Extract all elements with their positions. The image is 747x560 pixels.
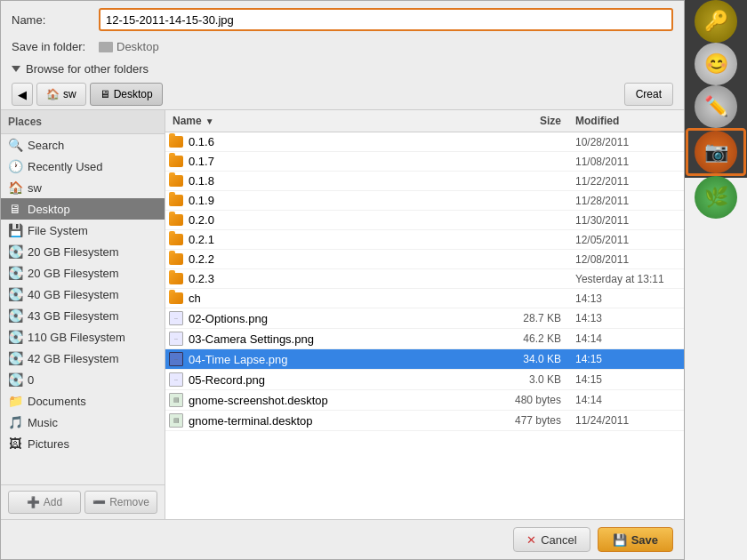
folder-icon bbox=[169, 253, 183, 265]
desktop-file-icon: ▤ bbox=[169, 393, 183, 407]
file-name: 0.1.7 bbox=[189, 155, 214, 168]
green-icon-btn[interactable]: 🌿 bbox=[686, 176, 746, 219]
sidebar-item-fs-42gb[interactable]: 💽 42 GB Filesystem bbox=[1, 348, 165, 369]
folder-icon bbox=[169, 175, 183, 187]
desktop-button[interactable]: 🖥 Desktop bbox=[90, 83, 163, 106]
add-place-button[interactable]: ➕ Add bbox=[8, 491, 81, 514]
music-icon: 🎵 bbox=[8, 415, 22, 429]
file-modified: 11/28/2011 bbox=[568, 192, 684, 210]
content-area: Places 🔍 Search 🕐 Recently Used 🏠 sw bbox=[1, 109, 684, 519]
file-name-cell: 0.2.2 bbox=[165, 250, 488, 268]
file-name-cell: ▤ gnome-terminal.desktop bbox=[165, 411, 488, 430]
sidebar-item-fs-110gb[interactable]: 💽 110 GB Filesystem bbox=[1, 326, 165, 348]
file-size bbox=[488, 140, 568, 145]
file-name-cell: 0.1.9 bbox=[165, 191, 488, 210]
table-row[interactable]: 0.2.2 12/08/2011 bbox=[165, 250, 684, 269]
folder-icon bbox=[169, 234, 183, 245]
file-size bbox=[488, 198, 568, 204]
png-icon: ·· bbox=[169, 372, 183, 387]
column-name[interactable]: Name ▼ bbox=[165, 110, 488, 132]
sidebar-item-music[interactable]: 🎵 Music bbox=[1, 412, 165, 433]
sidebar-item-fs-20gb-1-label: 20 GB Filesystem bbox=[28, 245, 119, 259]
add-label: Add bbox=[44, 496, 62, 508]
folder-label: Save in folder: bbox=[12, 40, 92, 53]
remove-place-button[interactable]: ➖ Remove bbox=[84, 491, 157, 514]
file-size bbox=[488, 179, 568, 184]
file-size: 480 bytes bbox=[488, 391, 568, 409]
table-row[interactable]: ▤ gnome-terminal.desktop 477 bytes 11/24… bbox=[165, 411, 684, 431]
sidebar-item-fs-20gb-2[interactable]: 💽 20 GB Filesystem bbox=[1, 262, 165, 284]
file-list-scroll[interactable]: 0.1.6 10/28/2011 0.1.7 11/08/2011 bbox=[165, 132, 684, 519]
cancel-button[interactable]: ✕ Cancel bbox=[513, 527, 590, 552]
sidebar-item-recently-used[interactable]: 🕐 Recently Used bbox=[1, 156, 165, 177]
folder-icon bbox=[169, 292, 183, 304]
png-icon: ·· bbox=[169, 332, 183, 346]
save-button[interactable]: 💾 Save bbox=[598, 527, 673, 552]
table-row[interactable]: ·· 04-Time Lapse.png 34.0 KB 14:15 bbox=[165, 349, 684, 370]
sidebar-item-desktop[interactable]: 🖥 Desktop bbox=[1, 198, 165, 220]
folder-icon bbox=[169, 156, 183, 167]
sidebar-scroll[interactable]: 🔍 Search 🕐 Recently Used 🏠 sw 🖥 Desktop bbox=[1, 134, 165, 484]
table-row[interactable]: 0.1.9 11/28/2011 bbox=[165, 191, 684, 211]
file-modified: 11/22/2011 bbox=[568, 172, 684, 190]
lock-icon: 🔑 bbox=[695, 0, 737, 43]
desktop-folder-icon: 🖥 bbox=[8, 202, 22, 216]
table-row[interactable]: ·· 05-Record.png 3.0 KB 14:15 bbox=[165, 370, 684, 390]
file-modified: 11/24/2011 bbox=[568, 412, 684, 429]
table-row[interactable]: 0.1.8 11/22/2011 bbox=[165, 172, 684, 191]
table-row[interactable]: 0.2.1 12/05/2011 bbox=[165, 230, 684, 250]
sidebar-item-documents[interactable]: 📁 Documents bbox=[1, 390, 165, 412]
table-row[interactable]: 0.1.7 11/08/2011 bbox=[165, 152, 684, 172]
sidebar-item-pictures[interactable]: 🖼 Pictures bbox=[1, 433, 165, 454]
file-name: 0.2.1 bbox=[189, 233, 214, 246]
sidebar-item-fs-20gb-1[interactable]: 💽 20 GB Filesystem bbox=[1, 241, 165, 262]
file-name-cell: ch bbox=[165, 289, 488, 308]
table-row[interactable]: 0.2.0 11/30/2011 bbox=[165, 211, 684, 230]
desktop-file-icon: ▤ bbox=[169, 413, 183, 428]
disk-icon-3: 💽 bbox=[8, 287, 22, 301]
sw-button[interactable]: 🏠 sw bbox=[36, 83, 86, 106]
face-icon-btn[interactable]: 😊 bbox=[686, 43, 746, 85]
browse-toggle[interactable]: Browse for other folders bbox=[1, 59, 684, 79]
sidebar-header: Places bbox=[1, 110, 165, 134]
column-size[interactable]: Size bbox=[488, 110, 568, 132]
table-row[interactable]: 0.2.3 Yesterday at 13:11 bbox=[165, 269, 684, 289]
file-size: 46.2 KB bbox=[488, 330, 568, 348]
name-input[interactable] bbox=[99, 8, 673, 31]
folder-row: Save in folder: Desktop bbox=[1, 38, 684, 59]
folder-name: Desktop bbox=[116, 40, 159, 53]
sidebar-item-search[interactable]: 🔍 Search bbox=[1, 134, 165, 156]
remove-icon: ➖ bbox=[92, 496, 106, 508]
file-size bbox=[488, 237, 568, 243]
file-size bbox=[488, 218, 568, 223]
disk-icon-6: 💽 bbox=[8, 351, 22, 365]
back-button[interactable]: ◀ bbox=[12, 83, 33, 106]
save-dialog: Name: Save in folder: Desktop Browse for… bbox=[0, 0, 685, 560]
sidebar-item-sw[interactable]: 🏠 sw bbox=[1, 177, 165, 198]
lock-icon-btn[interactable]: 🔑 bbox=[686, 0, 746, 43]
table-row[interactable]: ·· 03-Camera Settings.png 46.2 KB 14:14 bbox=[165, 329, 684, 349]
sidebar-item-fs-42gb-label: 42 GB Filesystem bbox=[28, 352, 119, 365]
file-modified: 14:15 bbox=[568, 350, 684, 368]
table-row[interactable]: 0.1.6 10/28/2011 bbox=[165, 132, 684, 152]
sidebar-item-fs-40gb[interactable]: 💽 40 GB Filesystem bbox=[1, 284, 165, 305]
file-size: 477 bytes bbox=[488, 412, 568, 429]
create-folder-label: Creat bbox=[636, 88, 662, 100]
file-size bbox=[488, 159, 568, 164]
name-row: Name: bbox=[1, 1, 684, 38]
png-icon: ·· bbox=[169, 311, 183, 325]
file-modified: Yesterday at 13:11 bbox=[568, 270, 684, 288]
search-icon: 🔍 bbox=[8, 138, 22, 152]
table-row[interactable]: ch 14:13 bbox=[165, 289, 684, 308]
column-modified[interactable]: Modified bbox=[568, 110, 684, 132]
table-row[interactable]: ·· 02-Options.png 28.7 KB 14:13 bbox=[165, 308, 684, 329]
sidebar-item-fs-43gb[interactable]: 💽 43 GB Filesystem bbox=[1, 305, 165, 326]
compass-icon-btn[interactable]: ✏️ bbox=[686, 85, 746, 128]
camera-icon-btn[interactable]: 📷 bbox=[686, 128, 746, 176]
table-row[interactable]: ▤ gnome-screenshot.desktop 480 bytes 14:… bbox=[165, 390, 684, 411]
create-folder-button[interactable]: Creat bbox=[624, 83, 673, 106]
file-name: 0.1.9 bbox=[189, 194, 214, 207]
sidebar-item-filesystem[interactable]: 💾 File System bbox=[1, 220, 165, 241]
sidebar-item-0[interactable]: 💽 0 bbox=[1, 369, 165, 390]
file-list-area: Name ▼ Size Modified 0.1.6 bbox=[165, 110, 684, 519]
